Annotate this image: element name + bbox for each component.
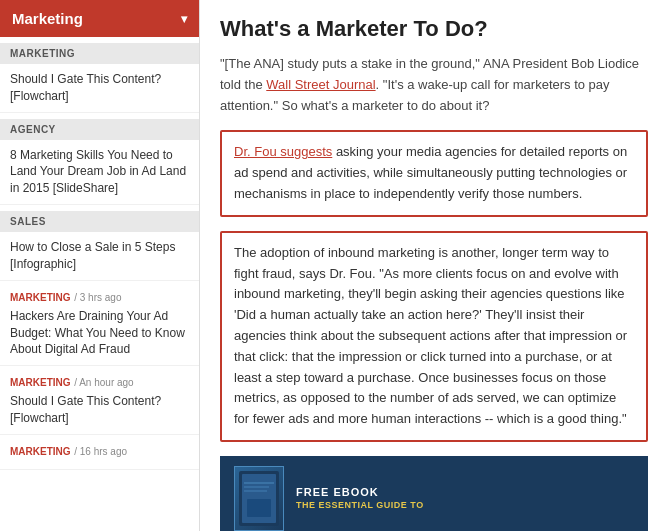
dr-fou-link[interactable]: Dr. Fou suggests xyxy=(234,144,332,159)
sidebar-recent-item-3[interactable]: MARKETING / 16 hrs ago xyxy=(0,435,199,470)
recent-category-3: MARKETING xyxy=(10,446,71,457)
chevron-down-icon: ▾ xyxy=(181,12,187,26)
recent-time-2: / An hour ago xyxy=(74,377,134,388)
recent-time-1: / 3 hrs ago xyxy=(74,292,121,303)
sidebar-item-marketing-skills[interactable]: 8 Marketing Skills You Need to Land Your… xyxy=(0,140,199,205)
article-title: What's a Marketer To Do? xyxy=(220,16,648,42)
ebook-banner[interactable]: FREE EBOOK THE ESSENTIAL GUIDE TO xyxy=(220,456,648,531)
article-intro: "[The ANA] study puts a stake in the gro… xyxy=(220,54,648,116)
svg-rect-5 xyxy=(247,499,271,517)
sidebar: Marketing ▾ MARKETING Should I Gate This… xyxy=(0,0,200,531)
sidebar-recent-item-1[interactable]: MARKETING / 3 hrs ago Hackers Are Draini… xyxy=(0,281,199,367)
box2-text: The adoption of inbound marketing is ano… xyxy=(234,245,627,426)
ebook-subtitle-label: THE ESSENTIAL GUIDE TO xyxy=(296,500,424,510)
ebook-free-label: FREE EBOOK xyxy=(296,486,424,498)
sidebar-section-marketing: MARKETING xyxy=(0,43,199,64)
sidebar-header[interactable]: Marketing ▾ xyxy=(0,0,199,37)
sidebar-recent-item-2[interactable]: MARKETING / An hour ago Should I Gate Th… xyxy=(0,366,199,435)
ebook-text-block: FREE EBOOK THE ESSENTIAL GUIDE TO xyxy=(296,486,424,510)
recent-title-1: Hackers Are Draining Your Ad Budget: Wha… xyxy=(10,308,189,358)
wsj-link[interactable]: Wall Street Journal xyxy=(266,77,375,92)
sidebar-section-agency: AGENCY xyxy=(0,119,199,140)
main-content: What's a Marketer To Do? "[The ANA] stud… xyxy=(200,0,668,531)
highlight-box-2: The adoption of inbound marketing is ano… xyxy=(220,231,648,442)
recent-category-1: MARKETING xyxy=(10,292,71,303)
sidebar-section-sales: SALES xyxy=(0,211,199,232)
recent-time-3: / 16 hrs ago xyxy=(74,446,127,457)
ebook-cover-image xyxy=(234,466,284,531)
recent-category-2: MARKETING xyxy=(10,377,71,388)
highlight-box-1: Dr. Fou suggests asking your media agenc… xyxy=(220,130,648,216)
recent-title-2: Should I Gate This Content? [Flowchart] xyxy=(10,393,189,427)
sidebar-item-gate-content[interactable]: Should I Gate This Content? [Flowchart] xyxy=(0,64,199,113)
sidebar-item-close-sale[interactable]: How to Close a Sale in 5 Steps [Infograp… xyxy=(0,232,199,281)
sidebar-title: Marketing xyxy=(12,10,83,27)
